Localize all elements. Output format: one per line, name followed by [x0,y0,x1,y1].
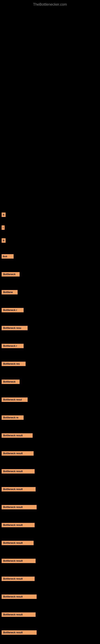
bottleneck-result-label: Bottleneck result [1,541,34,545]
bottleneck-result-label: I [1,226,4,230]
list-item: Bottleneck result [0,593,100,600]
bottleneck-result-label: Bottleneck result [1,505,37,509]
bottleneck-result-label: Bottleneck resul [1,398,28,402]
list-item: Bottleneck result [0,558,100,564]
list-item: Bottleneck result [0,486,100,493]
bottleneck-result-label: Bottlene [1,290,18,294]
list-item: Bottleneck resul [0,396,100,403]
list-item: B [0,237,100,244]
list-item: Bottleneck result [0,468,100,475]
bottleneck-result-label: Bott [1,254,14,258]
list-item: Bottleneck result [0,611,100,618]
bottleneck-result-label: Bottleneck res [1,362,26,366]
list-item: Bottleneck [0,271,100,278]
list-item: Bottleneck result [0,522,100,528]
bottleneck-result-label: Bottleneck r [1,308,24,312]
site-title: TheBottlenecker.com [0,0,100,9]
bottleneck-result-label: Bottleneck result [1,433,33,438]
bottleneck-result-label: Bottleneck result [1,559,36,563]
bottleneck-result-label: Bottleneck result [1,594,37,599]
list-item: Bottleneck r [0,342,100,349]
list-item: Bottleneck re [0,414,100,421]
bottleneck-result-label: Bottleneck r [1,344,24,348]
bottleneck-result-label: Bottleneck result [1,576,35,581]
bottleneck-result-label: Bottleneck [1,380,20,384]
list-item: Bottleneck resu [0,324,100,332]
list-item: Bottleneck result [0,504,100,510]
bottleneck-result-label: Bottleneck resu [1,326,28,330]
list-item: Bottleneck result [0,629,100,636]
list-item: Bott [0,253,100,260]
bottleneck-result-label: B [1,212,6,217]
bottleneck-result-label: Bottleneck result [1,523,35,527]
list-item: Bottleneck result [0,432,100,439]
list-item: Bottleneck res [0,360,100,367]
list-item: Bottleneck result [0,450,100,457]
list-item: Bottleneck r [0,307,100,314]
bottleneck-result-label: Bottleneck result [1,451,34,456]
list-item: Bottleneck [0,378,100,385]
list-item: Bottleneck result [0,540,100,546]
list-item: Bottlene [0,289,100,296]
list-item: B [0,211,100,218]
bottleneck-result-label: Bottleneck result [1,487,36,492]
bottleneck-result-label: Bottleneck result [1,612,36,617]
bottleneck-result-label: Bottleneck [1,272,20,276]
list-item: Bottleneck result [0,575,100,582]
bottleneck-items-container: BIBBottBottleneckBottleneBottleneck rBot… [0,211,100,644]
list-item: I [0,224,100,231]
bottleneck-result-label: Bottleneck result [1,630,37,635]
bottleneck-result-label: B [1,238,6,243]
bottleneck-result-label: Bottleneck result [1,469,35,474]
bottleneck-result-label: Bottleneck re [1,416,24,420]
